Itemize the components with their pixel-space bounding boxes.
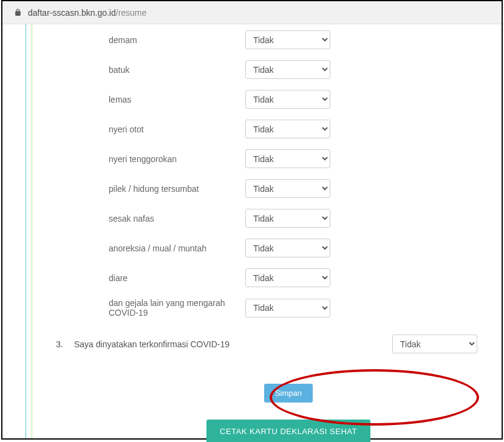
cetak-kartu-button[interactable]: CETAK KARTU DEKLARASI SEHAT xyxy=(206,420,370,442)
timeline-line-2 xyxy=(32,24,32,438)
timeline-line-1 xyxy=(26,24,26,438)
url-path: /resume xyxy=(116,8,147,18)
symptom-select[interactable]: Tidak xyxy=(245,120,330,138)
content-area: demamTidakbatukTidaklemasTidaknyeri otot… xyxy=(2,24,502,438)
symptom-row: batukTidak xyxy=(45,60,483,79)
address-bar: daftar-sscasn.bkn.go.id/resume xyxy=(2,1,502,24)
symptom-select[interactable]: Tidak xyxy=(245,149,330,168)
symptom-row: nyeri ototTidak xyxy=(45,120,483,138)
question-3-select[interactable]: Tidak xyxy=(392,335,477,353)
symptom-list: demamTidakbatukTidaklemasTidaknyeri otot… xyxy=(45,30,483,318)
url-text: daftar-sscasn.bkn.go.id/resume xyxy=(28,8,146,18)
symptom-select[interactable]: Tidak xyxy=(245,268,330,287)
symptom-select[interactable]: Tidak xyxy=(245,30,330,49)
symptom-row: demamTidak xyxy=(45,30,483,49)
symptom-label: batuk xyxy=(45,65,245,75)
symptom-label: sesak nafas xyxy=(45,214,245,223)
symptom-row: pilek / hidung tersumbatTidak xyxy=(45,179,483,198)
symptom-label: diare xyxy=(45,273,245,283)
symptom-label: pilek / hidung tersumbat xyxy=(45,184,245,194)
symptom-row: dan gejala lain yang mengarah COVID-19Ti… xyxy=(45,298,483,318)
symptom-row: anoreksia / mual / muntahTidak xyxy=(45,239,483,257)
url-host: daftar-sscasn.bkn.go.id xyxy=(28,8,116,18)
symptom-select[interactable]: Tidak xyxy=(245,60,330,79)
symptom-select[interactable]: Tidak xyxy=(245,299,330,318)
symptom-row: nyeri tenggorokanTidak xyxy=(45,149,483,168)
buttons-area: Simpan CETAK KARTU DEKLARASI SEHAT xyxy=(45,384,483,442)
lock-icon xyxy=(13,8,22,17)
question-3-row: 3. Saya dinyatakan terkonfirmasi COVID-1… xyxy=(45,335,483,353)
symptom-label: lemas xyxy=(45,95,245,104)
symptom-row: sesak nafasTidak xyxy=(45,209,483,228)
symptom-label: nyeri tenggorokan xyxy=(45,154,245,164)
symptom-row: lemasTidak xyxy=(45,90,483,109)
question-text: Saya dinyatakan terkonfirmasi COVID-19 xyxy=(74,339,392,349)
symptom-select[interactable]: Tidak xyxy=(245,179,330,198)
symptom-select[interactable]: Tidak xyxy=(245,90,330,109)
symptom-label: anoreksia / mual / muntah xyxy=(45,243,245,253)
simpan-button[interactable]: Simpan xyxy=(264,384,313,403)
symptom-row: diareTidak xyxy=(45,268,483,287)
symptom-select[interactable]: Tidak xyxy=(245,209,330,228)
symptom-label: nyeri otot xyxy=(45,124,245,134)
symptom-label: demam xyxy=(45,35,245,45)
symptom-select[interactable]: Tidak xyxy=(245,239,330,257)
symptom-label: dan gejala lain yang mengarah COVID-19 xyxy=(45,298,245,318)
question-number: 3. xyxy=(45,339,74,349)
